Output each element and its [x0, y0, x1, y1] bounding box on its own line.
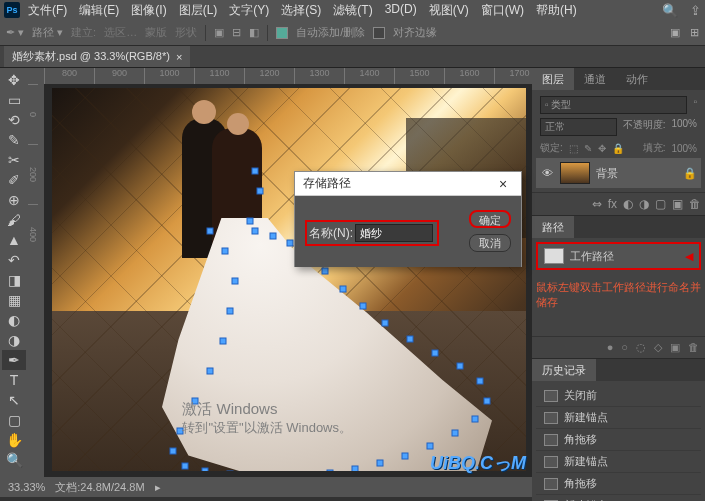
eyedropper-tool[interactable]: ✐	[2, 170, 26, 190]
path-name[interactable]: 工作路径	[570, 249, 614, 264]
ok-button[interactable]: 确定	[469, 210, 511, 228]
stamp-tool[interactable]: ▲	[2, 230, 26, 250]
opt-selection[interactable]: 选区…	[104, 25, 137, 40]
svg-rect-1	[222, 248, 228, 254]
tab-layers[interactable]: 图层	[532, 68, 574, 90]
tool-preset-icon[interactable]: ✒ ▾	[6, 26, 24, 39]
zoom-tool[interactable]: 🔍	[2, 450, 26, 470]
tab-actions[interactable]: 动作	[616, 68, 658, 90]
folder-icon[interactable]: ▢	[655, 197, 666, 211]
lock-all-icon[interactable]: 🔒	[612, 143, 624, 154]
lock-pixels-icon[interactable]: ✎	[584, 143, 592, 154]
stroke-path-icon[interactable]: ○	[621, 341, 628, 354]
fill-value[interactable]: 100%	[671, 143, 697, 154]
menu-image[interactable]: 图像(I)	[131, 2, 166, 19]
opt-path[interactable]: 路径 ▾	[32, 25, 63, 40]
tab-channels[interactable]: 通道	[574, 68, 616, 90]
healing-tool[interactable]: ⊕	[2, 190, 26, 210]
crop-tool[interactable]: ✂	[2, 150, 26, 170]
opt-mask[interactable]: 蒙版	[145, 25, 167, 40]
move-tool[interactable]: ✥	[2, 70, 26, 90]
path-to-sel-icon[interactable]: ◌	[636, 341, 646, 354]
history-brush-tool[interactable]: ↶	[2, 250, 26, 270]
lasso-tool[interactable]: ⟲	[2, 110, 26, 130]
history-item[interactable]: 新建锚点	[536, 451, 701, 473]
hand-tool[interactable]: ✋	[2, 430, 26, 450]
svg-rect-20	[452, 430, 458, 436]
type-tool[interactable]: T	[2, 370, 26, 390]
layer-filter[interactable]: ▫ 类型	[540, 96, 687, 114]
marquee-tool[interactable]: ▭	[2, 90, 26, 110]
blend-mode[interactable]: 正常	[540, 118, 617, 136]
auto-add-checkbox[interactable]	[276, 27, 288, 39]
quickmask-icon[interactable]: ▣	[670, 26, 680, 39]
menu-filter[interactable]: 滤镜(T)	[333, 2, 372, 19]
fill-path-icon[interactable]: ●	[607, 341, 614, 354]
dodge-tool[interactable]: ◑	[2, 330, 26, 350]
name-input[interactable]	[355, 224, 433, 242]
layer-row[interactable]: 👁 背景 🔒	[536, 158, 701, 188]
work-path-row[interactable]: 工作路径 ◀	[536, 242, 701, 270]
tab-history[interactable]: 历史记录	[532, 359, 596, 381]
share-icon[interactable]: ⇪	[690, 3, 701, 18]
sel-to-path-icon[interactable]: ◇	[654, 341, 662, 354]
cancel-button[interactable]: 取消	[469, 234, 511, 252]
zoom-level[interactable]: 33.33%	[8, 481, 45, 493]
mask-icon[interactable]: ◐	[623, 197, 633, 211]
history-item[interactable]: 新建锚点	[536, 407, 701, 429]
lock-icon[interactable]: ⬚	[569, 143, 578, 154]
screenmode-icon[interactable]: ⊞	[690, 26, 699, 39]
adjust-icon[interactable]: ◑	[639, 197, 649, 211]
opacity-value[interactable]: 100%	[671, 118, 697, 136]
search-icon[interactable]: 🔍	[662, 3, 678, 18]
blur-tool[interactable]: ◐	[2, 310, 26, 330]
menu-type[interactable]: 文字(Y)	[229, 2, 269, 19]
document-tab[interactable]: 婚纱素材.psd @ 33.3%(RGB/8*) ×	[4, 46, 190, 67]
pen-tool[interactable]: ✒	[2, 350, 26, 370]
menu-3d[interactable]: 3D(D)	[385, 2, 417, 19]
align-edge-label: 对齐边缘	[393, 25, 437, 40]
chevron-right-icon[interactable]: ▸	[155, 481, 161, 494]
svg-rect-17	[377, 460, 383, 466]
trash-icon[interactable]: 🗑	[688, 341, 699, 354]
doc-size[interactable]: 文档:24.8M/24.8M	[55, 480, 144, 495]
path-align-icon[interactable]: ⊟	[232, 26, 241, 39]
history-item[interactable]: 角拖移	[536, 429, 701, 451]
align-edge-checkbox[interactable]	[373, 27, 385, 39]
history-item[interactable]: 角拖移	[536, 473, 701, 495]
menu-help[interactable]: 帮助(H)	[536, 2, 577, 19]
quick-select-tool[interactable]: ✎	[2, 130, 26, 150]
opt-shape[interactable]: 形状	[175, 25, 197, 40]
history-item[interactable]: 新建锚点	[536, 495, 701, 501]
new-path-icon[interactable]: ▣	[670, 341, 680, 354]
layer-thumbnail[interactable]	[560, 162, 590, 184]
menu-window[interactable]: 窗口(W)	[481, 2, 524, 19]
shape-tool[interactable]: ▢	[2, 410, 26, 430]
layer-name[interactable]: 背景	[596, 166, 618, 181]
history-item[interactable]: 关闭前	[536, 385, 701, 407]
brush-tool[interactable]: 🖌	[2, 210, 26, 230]
close-icon[interactable]: ×	[176, 51, 182, 63]
path-select-tool[interactable]: ↖	[2, 390, 26, 410]
path-ops-icon[interactable]: ▣	[214, 26, 224, 39]
link-icon[interactable]: ⇔	[592, 197, 602, 211]
visibility-icon[interactable]: 👁	[540, 167, 554, 179]
tab-paths[interactable]: 路径	[532, 216, 574, 238]
menu-layer[interactable]: 图层(L)	[179, 2, 218, 19]
path-arrange-icon[interactable]: ◧	[249, 26, 259, 39]
ruler-horizontal: 80090010001100120013001400150016001700	[28, 68, 532, 84]
menu-select[interactable]: 选择(S)	[281, 2, 321, 19]
lock-position-icon[interactable]: ✥	[598, 143, 606, 154]
dialog-title-bar[interactable]: 存储路径 ×	[295, 172, 521, 196]
new-layer-icon[interactable]: ▣	[672, 197, 683, 211]
fx-icon[interactable]: fx	[608, 197, 617, 211]
menu-view[interactable]: 视图(V)	[429, 2, 469, 19]
close-icon[interactable]: ×	[493, 176, 513, 192]
menu-file[interactable]: 文件(F)	[28, 2, 67, 19]
trash-icon[interactable]: 🗑	[689, 197, 701, 211]
eraser-tool[interactable]: ◨	[2, 270, 26, 290]
menu-edit[interactable]: 编辑(E)	[79, 2, 119, 19]
app-icon: Ps	[4, 2, 20, 18]
filter-icon[interactable]: ▫	[693, 96, 697, 114]
gradient-tool[interactable]: ▦	[2, 290, 26, 310]
